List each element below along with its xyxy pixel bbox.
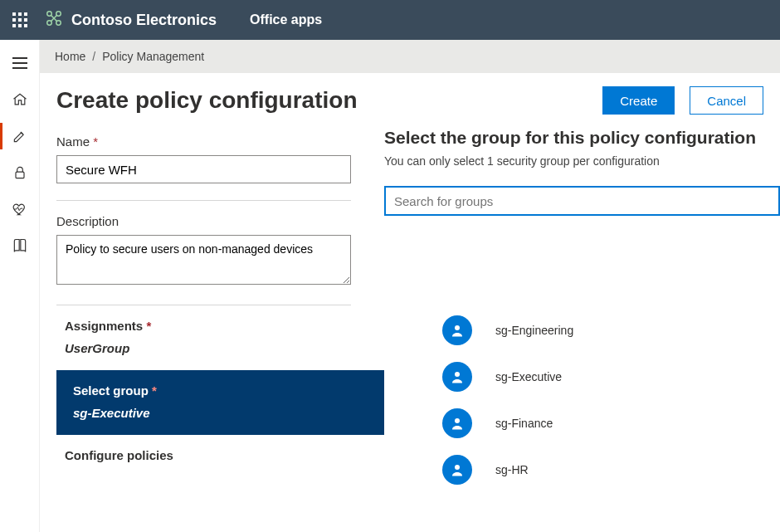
heart-pulse-icon (12, 201, 28, 217)
lock-icon (12, 164, 28, 181)
assignments-section[interactable]: Assignments * UserGroup (56, 305, 351, 370)
breadcrumb-policy-management[interactable]: Policy Management (102, 50, 204, 63)
waffle-icon (12, 12, 27, 27)
brand-name: Contoso Electronics (71, 12, 217, 29)
group-row[interactable]: sg-HR (384, 447, 780, 493)
breadcrumb-home[interactable]: Home (55, 50, 85, 63)
group-name: sg-Engineering (495, 324, 573, 337)
app-launcher-button[interactable] (0, 0, 40, 40)
person-icon (442, 455, 472, 485)
left-rail (0, 40, 40, 532)
group-row[interactable]: sg-Executive (384, 354, 780, 400)
description-label: Description (56, 214, 351, 228)
svg-point-5 (455, 325, 460, 330)
rail-security-button[interactable] (0, 154, 40, 191)
breadcrumb-separator: / (85, 50, 102, 63)
top-banner: Contoso Electronics Office apps (0, 0, 780, 40)
divider (56, 200, 351, 201)
nav-office-apps[interactable]: Office apps (250, 12, 322, 27)
select-group-value: sg-Executive (73, 406, 368, 420)
svg-point-6 (455, 372, 460, 377)
breadcrumb: Home / Policy Management (40, 40, 780, 73)
home-icon (12, 91, 28, 108)
description-textarea[interactable] (56, 235, 351, 285)
edit-policy-icon (12, 128, 28, 144)
select-group-section[interactable]: Select group * sg-Executive (56, 370, 384, 435)
menu-toggle-button[interactable] (0, 45, 40, 81)
cancel-button[interactable]: Cancel (690, 86, 763, 115)
brand[interactable]: Contoso Electronics (45, 9, 217, 32)
rail-policy-button[interactable] (0, 118, 40, 154)
panel-subtitle: You can only select 1 security group per… (384, 154, 780, 168)
rail-home-button[interactable] (0, 81, 40, 118)
svg-point-7 (455, 418, 460, 423)
rail-learn-button[interactable] (0, 227, 40, 264)
group-row[interactable]: sg-Finance (384, 400, 780, 447)
group-search-input[interactable] (384, 186, 780, 216)
page-title: Create policy configuration (56, 87, 358, 114)
hamburger-icon (12, 57, 27, 69)
svg-rect-4 (16, 172, 24, 178)
group-name: sg-Finance (495, 417, 553, 430)
svg-point-8 (455, 465, 460, 470)
brand-logo-icon (45, 9, 63, 32)
assignments-label: Assignments * (65, 319, 351, 333)
name-label: Name * (56, 134, 351, 149)
person-icon (442, 362, 472, 392)
panel-title: Select the group for this policy configu… (384, 128, 780, 148)
group-name: sg-Executive (495, 370, 562, 383)
group-list: sg-Engineering sg-Executive sg-Finance s… (384, 307, 780, 493)
person-icon (442, 408, 472, 438)
book-icon (12, 237, 28, 254)
form-column: Name * Description Assignments * UserGro… (40, 121, 368, 532)
rail-health-button[interactable] (0, 191, 40, 227)
group-name: sg-HR (495, 463, 529, 476)
select-group-label: Select group * (73, 383, 368, 398)
create-button[interactable]: Create (602, 86, 675, 115)
name-input[interactable] (56, 155, 351, 183)
configure-policies-label: Configure policies (65, 448, 351, 462)
group-row[interactable]: sg-Engineering (384, 307, 780, 354)
person-icon (442, 315, 472, 345)
configure-policies-section[interactable]: Configure policies (56, 435, 351, 477)
assignments-value: UserGroup (65, 341, 351, 355)
group-panel: Select the group for this policy configu… (368, 121, 780, 532)
